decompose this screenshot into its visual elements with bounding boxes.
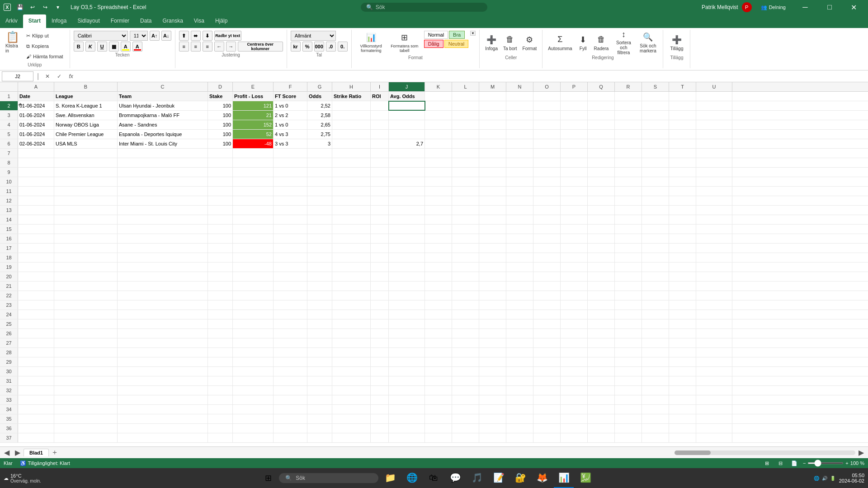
cell-J9[interactable] <box>389 168 425 177</box>
cell-F5[interactable]: 4 vs 3 <box>274 130 307 139</box>
cell-L10[interactable] <box>452 177 479 186</box>
cell-J37[interactable] <box>389 433 425 442</box>
cell-M21[interactable] <box>479 282 506 291</box>
cell-K35[interactable] <box>425 414 452 423</box>
cell-M31[interactable] <box>479 376 506 385</box>
sort-filter-button[interactable]: ↕ Sortera och filtrera <box>612 31 635 54</box>
cell-Q21[interactable] <box>588 282 615 291</box>
font-name-select[interactable]: Calibri <box>74 31 128 41</box>
cell-J19[interactable] <box>389 263 425 272</box>
cell-L13[interactable] <box>452 206 479 215</box>
clear-button[interactable]: 🗑 Radera <box>592 31 611 54</box>
cell-T1[interactable] <box>669 92 696 101</box>
cell-P24[interactable] <box>561 310 588 319</box>
cell-N37[interactable] <box>506 433 533 442</box>
cell-M9[interactable] <box>479 168 506 177</box>
cell-I3[interactable] <box>371 111 389 120</box>
cell-O27[interactable] <box>533 338 561 347</box>
nav-right-button[interactable]: ▶ <box>13 448 23 458</box>
cell-Q26[interactable] <box>588 329 615 338</box>
cell-E32[interactable] <box>233 386 274 395</box>
cell-S3[interactable] <box>642 111 669 120</box>
cell-J13[interactable] <box>389 206 425 215</box>
cell-K4[interactable] <box>425 120 452 129</box>
cell-A27[interactable] <box>18 338 54 347</box>
cell-M36[interactable] <box>479 424 506 433</box>
nav-left-button[interactable]: ◀ <box>2 448 12 458</box>
cell-S10[interactable] <box>642 177 669 186</box>
cell-K17[interactable] <box>425 244 452 253</box>
cell-P9[interactable] <box>561 168 588 177</box>
cell-B7[interactable] <box>54 149 118 158</box>
cell-Q3[interactable] <box>588 111 615 120</box>
taskbar-app-unknown[interactable]: 💹 <box>576 468 595 488</box>
cell-R32[interactable] <box>615 386 642 395</box>
cell-H20[interactable] <box>332 272 371 281</box>
cell-M3[interactable] <box>479 111 506 120</box>
currency-button[interactable]: kr <box>291 42 301 52</box>
cell-I6[interactable] <box>371 139 389 148</box>
sheet-tab-blad1[interactable]: Blad1 <box>24 449 49 456</box>
insert-function-button[interactable]: fx <box>66 71 76 81</box>
cell-C8[interactable] <box>118 158 208 167</box>
cell-A1[interactable]: Date <box>18 92 54 101</box>
start-button[interactable]: ⊞ <box>259 469 277 487</box>
cell-E7[interactable] <box>233 149 274 158</box>
cell-R31[interactable] <box>615 376 642 385</box>
cell-A16[interactable] <box>18 234 54 243</box>
cell-E6[interactable]: -48 <box>233 139 274 148</box>
tab-arkiv[interactable]: Arkiv <box>0 14 23 28</box>
cell-D25[interactable] <box>208 319 233 328</box>
styles-expand-button[interactable]: ▾ <box>470 31 476 36</box>
cell-M2[interactable] <box>479 101 506 110</box>
cell-K6[interactable] <box>425 139 452 148</box>
cell-A33[interactable] <box>18 395 54 404</box>
cell-Q13[interactable] <box>588 206 615 215</box>
cell-F35[interactable] <box>274 414 307 423</box>
cell-L9[interactable] <box>452 168 479 177</box>
col-header-I[interactable]: I <box>371 82 389 91</box>
cell-N31[interactable] <box>506 376 533 385</box>
cell-P29[interactable] <box>561 357 588 366</box>
cell-R30[interactable] <box>615 367 642 376</box>
taskbar-app-store[interactable]: 🛍 <box>424 468 443 488</box>
cell-H11[interactable] <box>332 187 371 196</box>
cell-U9[interactable] <box>696 168 732 177</box>
pagebreak-view-button[interactable]: ⊟ <box>776 459 786 467</box>
cell-P14[interactable] <box>561 215 588 224</box>
cell-C5[interactable]: Espanola - Deportes Iquique <box>118 130 208 139</box>
cell-K32[interactable] <box>425 386 452 395</box>
cell-F19[interactable] <box>274 263 307 272</box>
cell-Q33[interactable] <box>588 395 615 404</box>
cell-C34[interactable] <box>118 405 208 414</box>
cell-P23[interactable] <box>561 300 588 310</box>
cell-S21[interactable] <box>642 282 669 291</box>
cell-R13[interactable] <box>615 206 642 215</box>
cell-D24[interactable] <box>208 310 233 319</box>
cell-D37[interactable] <box>208 433 233 442</box>
cell-U3[interactable] <box>696 111 732 120</box>
cell-I5[interactable] <box>371 130 389 139</box>
taskbar-app-spotify[interactable]: 🎵 <box>467 468 487 488</box>
cell-S34[interactable] <box>642 405 669 414</box>
cell-B6[interactable]: USA MLS <box>54 139 118 148</box>
cell-P16[interactable] <box>561 234 588 243</box>
cell-A3[interactable]: 01-06-2024 <box>18 111 54 120</box>
cell-J25[interactable] <box>389 319 425 328</box>
font-size-select[interactable]: 11 <box>130 31 148 41</box>
cell-N8[interactable] <box>506 158 533 167</box>
cell-P19[interactable] <box>561 263 588 272</box>
cell-Q25[interactable] <box>588 319 615 328</box>
cell-O21[interactable] <box>533 282 561 291</box>
cell-R36[interactable] <box>615 424 642 433</box>
row-num-17[interactable]: 17 <box>0 244 18 253</box>
cell-A24[interactable] <box>18 310 54 319</box>
cell-F26[interactable] <box>274 329 307 338</box>
cell-A17[interactable] <box>18 244 54 253</box>
col-header-L[interactable]: L <box>452 82 479 91</box>
cell-C10[interactable] <box>118 177 208 186</box>
cell-E36[interactable] <box>233 424 274 433</box>
cell-I36[interactable] <box>371 424 389 433</box>
undo-button[interactable]: ↩ <box>27 2 38 13</box>
cell-F12[interactable] <box>274 196 307 205</box>
